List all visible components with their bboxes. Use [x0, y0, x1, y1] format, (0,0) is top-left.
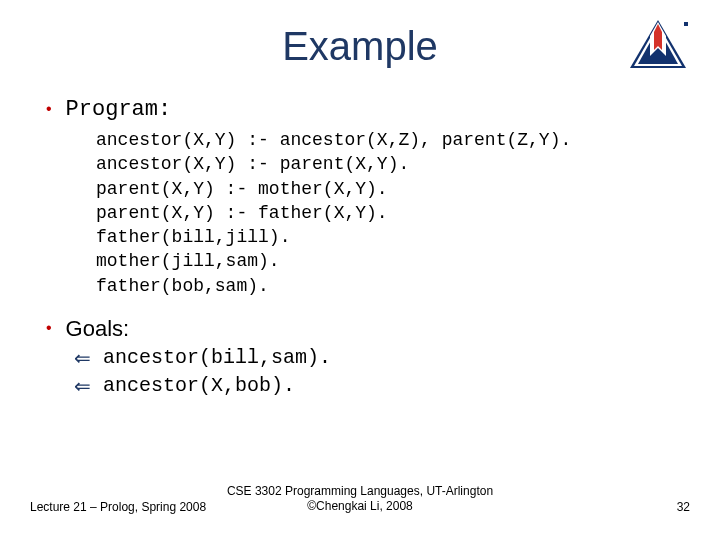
code-line: father(bob,sam). [96, 276, 269, 296]
goal-text: ancestor(bill,sam). [103, 346, 331, 369]
bullet-program: • Program: [46, 97, 680, 122]
code-line: parent(X,Y) :- mother(X,Y). [96, 179, 388, 199]
code-line: ancestor(X,Y) :- parent(X,Y). [96, 154, 409, 174]
code-line: parent(X,Y) :- father(X,Y). [96, 203, 388, 223]
bullet-dot-icon: • [46, 316, 52, 340]
code-line: father(bill,jill). [96, 227, 290, 247]
arrow-left-icon: ⇐ [74, 374, 91, 398]
program-label: Program: [66, 97, 172, 122]
goals-list: ⇐ ancestor(bill,sam). ⇐ ancestor(X,bob). [46, 346, 680, 398]
goal-item: ⇐ ancestor(X,bob). [46, 374, 680, 398]
goal-item: ⇐ ancestor(bill,sam). [46, 346, 680, 370]
svg-rect-5 [684, 22, 688, 26]
bullet-goals: • Goals: [46, 316, 680, 342]
page-number: 32 [677, 500, 690, 514]
bullet-dot-icon: • [46, 97, 52, 121]
slide-title: Example [40, 24, 680, 69]
program-code: ancestor(X,Y) :- ancestor(X,Z), parent(Z… [96, 128, 680, 298]
code-line: mother(jill,sam). [96, 251, 280, 271]
goal-text: ancestor(X,bob). [103, 374, 295, 397]
footer-center: CSE 3302 Programming Languages, UT-Arlin… [0, 484, 720, 514]
uta-logo [626, 18, 690, 74]
code-line: ancestor(X,Y) :- ancestor(X,Z), parent(Z… [96, 130, 571, 150]
goals-label: Goals: [66, 316, 130, 342]
slide: Example • Program: ancestor(X,Y) :- ance… [0, 0, 720, 540]
arrow-left-icon: ⇐ [74, 346, 91, 370]
footer-center-line1: CSE 3302 Programming Languages, UT-Arlin… [0, 484, 720, 499]
content: • Program: ancestor(X,Y) :- ancestor(X,Z… [46, 97, 680, 398]
footer-center-line2: ©Chengkai Li, 2008 [0, 499, 720, 514]
